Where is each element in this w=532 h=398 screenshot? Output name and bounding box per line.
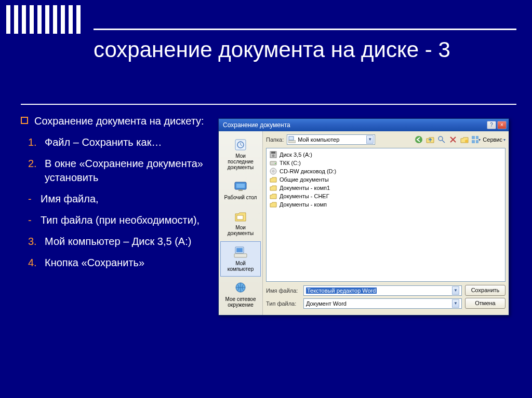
bullet-text: Сохранение документа на дискету: <box>34 114 204 128</box>
file-list[interactable]: Диск 3,5 (A:) ТКК (C:) CD-RW дисковод (D… <box>266 148 506 282</box>
filename-value: Текстовый редактор Word <box>306 287 377 294</box>
dropdown-arrow-icon: ▼ <box>452 286 459 295</box>
decorative-stripes <box>6 5 81 34</box>
close-button[interactable]: × <box>497 121 507 129</box>
search-button[interactable] <box>437 135 446 144</box>
place-label: Мои последние документы <box>222 153 259 170</box>
dialog-titlebar[interactable]: Сохранение документа ? × <box>219 119 509 131</box>
filename-input[interactable]: Текстовый редактор Word ▼ <box>303 285 462 296</box>
cancel-button[interactable]: Отмена <box>465 298 506 309</box>
svg-rect-11 <box>288 141 296 143</box>
list-item[interactable]: ТКК (C:) <box>270 159 502 167</box>
computer-icon <box>288 136 296 143</box>
back-button[interactable] <box>414 135 423 144</box>
list-item[interactable]: CD-RW дисковод (D:) <box>270 167 502 175</box>
up-button[interactable] <box>425 135 435 144</box>
cd-icon <box>270 168 277 175</box>
list-item-text: Тип файла (при необходимости), <box>41 213 200 227</box>
folder-icon <box>270 176 277 183</box>
svg-rect-7 <box>236 248 243 252</box>
filetype-value: Документ Word <box>306 300 347 307</box>
list-item-text: Мой компьютер – Диск 3,5 (А:) <box>45 235 191 249</box>
slide-title: сохранение документа на диске - 3 <box>94 36 516 64</box>
divider <box>21 104 516 105</box>
place-recent[interactable]: Мои последние документы <box>220 134 261 175</box>
hdd-icon <box>270 159 277 167</box>
folder-dropdown[interactable]: Мой компьютер ▼ <box>287 134 375 145</box>
save-button[interactable]: Сохранить <box>465 285 506 296</box>
svg-rect-4 <box>238 189 243 191</box>
place-label: Рабочий стол <box>222 195 259 200</box>
folder-label: Папка: <box>266 136 284 143</box>
filetype-label: Тип файла: <box>266 300 300 307</box>
bullet-icon <box>21 117 28 124</box>
dialog-toolbar: Папка: Мой компьютер ▼ ▾ <box>263 131 509 147</box>
delete-button[interactable] <box>448 135 458 144</box>
list-number: 3. <box>28 235 42 249</box>
dash-icon: - <box>28 192 37 206</box>
svg-point-14 <box>465 140 468 143</box>
tools-menu[interactable]: Сервис▾ <box>483 136 506 143</box>
place-network[interactable]: Мое сетевое окружение <box>220 277 261 312</box>
svg-rect-17 <box>472 140 475 143</box>
floppy-icon <box>270 151 277 158</box>
place-mydocs[interactable]: Мои документы <box>220 205 261 241</box>
views-button[interactable]: ▾ <box>471 135 481 144</box>
list-item-text: Кнопка «Сохранить» <box>45 256 144 270</box>
filename-label: Имя файла: <box>266 287 300 294</box>
new-folder-button[interactable] <box>460 135 469 144</box>
list-item[interactable]: Документы - комп <box>270 200 502 209</box>
place-mycomputer[interactable]: Мой компьютер <box>220 241 261 277</box>
places-bar: Мои последние документы Рабочий стол Мои… <box>219 131 263 315</box>
list-number: 4. <box>28 256 42 270</box>
svg-rect-10 <box>289 136 294 140</box>
network-icon <box>232 281 249 295</box>
svg-rect-20 <box>271 152 275 154</box>
svg-point-13 <box>438 136 443 141</box>
list-item-text: Файл – Сохранить как… <box>45 135 162 149</box>
place-label: Мой компьютер <box>222 260 259 272</box>
folder-icon <box>270 201 277 208</box>
dash-icon: - <box>28 213 37 227</box>
list-item[interactable]: Диск 3,5 (A:) <box>270 150 502 159</box>
dropdown-arrow-icon: ▼ <box>366 135 374 144</box>
list-item[interactable]: Документы - СНЕГ <box>270 192 502 200</box>
save-dialog: Сохранение документа ? × Мои последние д… <box>218 118 509 315</box>
list-item[interactable]: Документы - комп1 <box>270 184 502 192</box>
svg-point-21 <box>272 155 275 157</box>
place-desktop[interactable]: Рабочий стол <box>220 175 261 205</box>
dropdown-arrow-icon: ▼ <box>452 299 459 308</box>
folder-icon <box>270 193 277 200</box>
list-item-text: В окне «Сохранение документа» установить <box>45 157 213 185</box>
list-item-text: Имя файла, <box>41 192 99 206</box>
filetype-dropdown[interactable]: Документ Word ▼ <box>303 298 462 309</box>
svg-rect-3 <box>236 184 245 188</box>
folder-icon <box>270 184 277 191</box>
place-label: Мое сетевое окружение <box>222 296 259 308</box>
list-number: 2. <box>28 157 42 185</box>
svg-point-25 <box>273 171 274 172</box>
slide-title-block: сохранение документа на диске - 3 <box>94 29 516 64</box>
svg-point-23 <box>275 163 276 164</box>
svg-rect-5 <box>237 215 243 219</box>
computer-icon <box>232 245 249 259</box>
list-item[interactable]: Общие документы <box>270 175 502 184</box>
folder-value: Мой компьютер <box>298 136 339 143</box>
svg-rect-8 <box>234 254 247 257</box>
recent-docs-icon <box>232 138 249 152</box>
svg-rect-15 <box>472 136 475 139</box>
dialog-title: Сохранение документа <box>223 121 486 129</box>
help-button[interactable]: ? <box>487 121 496 129</box>
svg-point-12 <box>415 136 422 143</box>
mydocs-icon <box>232 209 249 224</box>
list-number: 1. <box>28 135 42 149</box>
desktop-icon <box>232 179 249 194</box>
place-label: Мои документы <box>222 225 259 236</box>
slide-text: Сохранение документа на дискету: 1.Файл … <box>21 104 213 388</box>
